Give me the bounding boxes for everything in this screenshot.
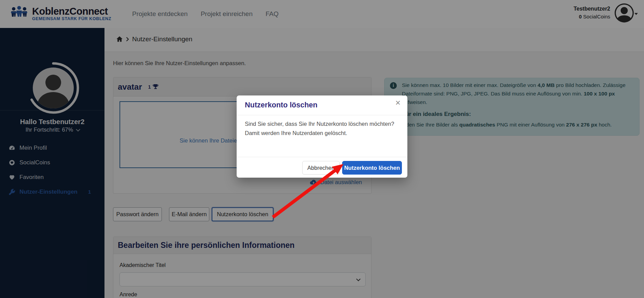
cancel-button[interactable]: Abbrechen <box>302 161 340 175</box>
modal-footer: Abbrechen Nutzerkonto löschen <box>237 157 407 178</box>
modal-title: Nutzerkonto löschen <box>245 101 318 109</box>
modal-body-text: Sind Sie sicher, dass Sie Ihr Nutzerkont… <box>245 119 401 138</box>
delete-account-modal: Nutzerkonto löschen × Sind Sie sicher, d… <box>237 95 407 178</box>
modal-header: Nutzerkonto löschen × <box>237 95 407 115</box>
user-settings-page: KoblenzConnect GEMEINSAM STARK FÜR KOBLE… <box>0 0 644 298</box>
confirm-delete-button[interactable]: Nutzerkonto löschen <box>342 161 402 175</box>
close-icon[interactable]: × <box>395 98 401 107</box>
